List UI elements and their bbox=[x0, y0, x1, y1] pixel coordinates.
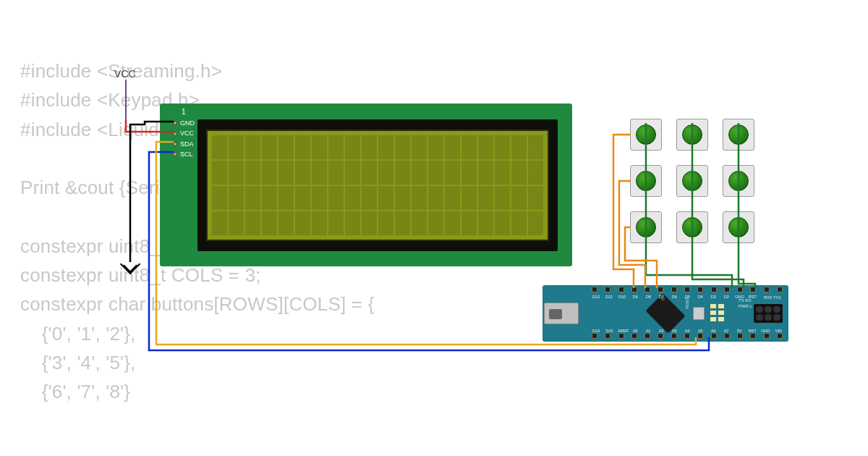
nano-rxtx-label: RX0 TX1 bbox=[764, 295, 781, 300]
nano-pins-top bbox=[592, 287, 783, 294]
nano-usb-port bbox=[544, 303, 579, 324]
nano-status-leds bbox=[710, 304, 724, 321]
nano-labels-bot: D133V3AREFA0A1A2A3A4A5A6A75VRSTGNDVIN bbox=[592, 329, 783, 333]
nano-reset-button[interactable] bbox=[693, 307, 705, 320]
key-2[interactable] bbox=[723, 119, 754, 151]
nano-icsp-header bbox=[754, 304, 783, 323]
nano-pins-bot bbox=[592, 333, 783, 340]
key-0[interactable] bbox=[630, 119, 662, 151]
key-4[interactable] bbox=[676, 165, 708, 197]
lcd-screen bbox=[206, 130, 549, 241]
nano-led-labels: TX RX PWR L bbox=[739, 298, 752, 310]
vcc-label: VCC bbox=[114, 68, 136, 80]
key-5[interactable] bbox=[723, 165, 754, 197]
lcd-pin1-label: 1 bbox=[182, 108, 186, 116]
nano-mcu-chip bbox=[645, 293, 685, 333]
keypad-3x3 bbox=[630, 119, 754, 243]
key-8[interactable] bbox=[723, 211, 754, 243]
key-3[interactable] bbox=[630, 165, 662, 197]
nano-labels-top: D12D11D10D9D8D7D6D5D4D3D2GNDRST bbox=[592, 295, 783, 299]
lcd-character-grid bbox=[212, 135, 543, 235]
arduino-nano[interactable]: RESET TX RX PWR L D12D11D10D9D8D7D6D5D4D… bbox=[542, 285, 788, 342]
lcd-bezel bbox=[197, 119, 558, 251]
lcd-pin-header: GND VCC SDA SCL bbox=[173, 118, 195, 160]
key-7[interactable] bbox=[676, 211, 708, 243]
key-6[interactable] bbox=[630, 211, 662, 243]
key-1[interactable] bbox=[676, 119, 708, 151]
lcd-module[interactable]: 1 GND VCC SDA SCL bbox=[160, 104, 572, 266]
